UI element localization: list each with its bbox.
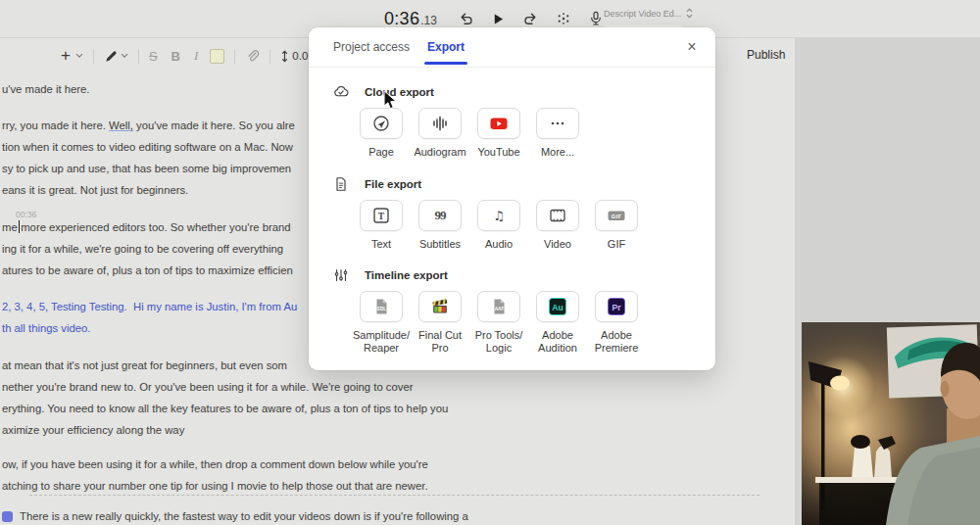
undo-icon[interactable] xyxy=(458,10,475,27)
transcript-line[interactable]: atures to be aware of, plus a ton of tip… xyxy=(2,263,293,277)
formatting-toolbar: + S B I 0.0 xyxy=(61,44,308,68)
toolbar-divider xyxy=(270,49,270,64)
transcript-line[interactable]: atching to share your number one tip for… xyxy=(2,479,428,493)
export-dialog: Project access Export × Cloud exportPage… xyxy=(309,27,715,370)
export-option-adobe-audition: AuAdobe Audition xyxy=(528,291,587,355)
final-cut-clapper-icon xyxy=(430,297,450,316)
adobe-premiere-icon: Pr xyxy=(607,297,626,316)
section-title: Cloud export xyxy=(365,86,434,98)
export-option-button-video[interactable] xyxy=(536,200,579,231)
export-option-button-adobe-audition[interactable]: Au xyxy=(536,291,579,322)
audio-note-icon: ♫ xyxy=(489,206,509,225)
export-option-audiogram: Audiogram xyxy=(411,108,469,159)
transcript-line[interactable]: at mean that it's not just great for beg… xyxy=(2,358,287,372)
transcript-line[interactable]: eans it is great. Not just for beginners… xyxy=(2,183,188,197)
transcript-line[interactable]: ing it for a while, we're going to be co… xyxy=(2,242,283,256)
bold-icon[interactable]: B xyxy=(172,45,180,67)
export-option-subtitles: 99Subtitles xyxy=(411,200,469,251)
close-icon[interactable]: × xyxy=(681,36,703,58)
select-chevrons-icon xyxy=(686,5,693,23)
insert-plus-icon[interactable]: + xyxy=(61,45,83,67)
section-dashed-divider xyxy=(29,495,760,496)
chevron-down-icon xyxy=(75,53,83,59)
transcript-line[interactable]: aximize your efficiency along the way xyxy=(2,423,184,437)
timeline-sliders-icon xyxy=(333,267,349,283)
video-preview[interactable] xyxy=(802,322,980,525)
export-option-button-text[interactable]: T xyxy=(360,200,403,231)
export-option-button-adobe-premiere[interactable]: Pr xyxy=(595,291,638,322)
section-file-export: File exportTText99Subtitles♫AudioVideoGI… xyxy=(309,176,715,251)
video-filmstrip-icon xyxy=(548,206,567,225)
transcript-line[interactable]: There is a new really quickly, the faste… xyxy=(2,509,468,523)
transcript-line[interactable]: rry, you made it here. Well, you've made… xyxy=(2,119,295,132)
export-option-button-subtitles[interactable]: 99 xyxy=(418,200,462,231)
svg-text:Au: Au xyxy=(552,303,563,312)
export-option-button-audio[interactable]: ♫ xyxy=(477,200,520,231)
attachment-icon[interactable] xyxy=(245,45,260,67)
adobe-audition-icon: Au xyxy=(548,297,567,316)
canvas-panel xyxy=(795,37,980,525)
transcript-line[interactable]: 2, 3, 4, 5, Testing Testing. Hi my name … xyxy=(2,300,297,313)
export-option-audio: ♫Audio xyxy=(469,200,528,251)
export-option-label: Subtitles xyxy=(419,238,461,251)
publish-button[interactable]: Publish xyxy=(747,48,785,62)
line-spacing-icon xyxy=(280,50,289,63)
aaf-file-icon: AAF xyxy=(489,297,509,316)
timer-frames: .13 xyxy=(420,14,437,27)
svg-text:T: T xyxy=(378,212,385,221)
section-title: File export xyxy=(365,178,421,190)
microphone-icon[interactable] xyxy=(587,10,605,27)
speaker-chip-icon[interactable] xyxy=(2,511,13,522)
export-option-label: Text xyxy=(371,238,391,251)
file-doc-icon xyxy=(333,176,349,192)
redo-icon[interactable] xyxy=(522,10,540,27)
export-option-button-more[interactable] xyxy=(536,108,579,139)
italic-icon[interactable]: I xyxy=(194,45,198,67)
line-spacing-control[interactable]: 0.0 xyxy=(280,45,308,67)
export-option-gif: GIFGIF xyxy=(587,200,646,251)
tab-project-access[interactable]: Project access xyxy=(333,27,410,67)
ai-enhance-icon[interactable] xyxy=(555,10,572,27)
toolbar-divider xyxy=(234,49,235,64)
highlight-icon[interactable] xyxy=(210,45,224,67)
more-dots-icon xyxy=(548,114,567,133)
svg-text:99: 99 xyxy=(435,208,448,222)
youtube-icon xyxy=(489,114,509,133)
export-option-label: Samplitude/ Reaper xyxy=(353,329,410,355)
export-option-label: Adobe Audition xyxy=(538,329,577,355)
dialog-header: Project access Export × xyxy=(309,27,715,68)
section-title: Timeline export xyxy=(365,269,448,281)
cloud-check-icon xyxy=(333,84,349,100)
export-option-button-gif[interactable]: GIF xyxy=(595,200,638,231)
transcript-line[interactable]: ow, if you have been using it for a whil… xyxy=(2,457,428,471)
svg-text:Pr: Pr xyxy=(612,303,621,312)
export-option-label: YouTube xyxy=(477,146,519,159)
transcript-timestamp: 00:36 xyxy=(16,208,36,221)
svg-text:♫: ♫ xyxy=(493,209,505,223)
export-option-button-youtube[interactable] xyxy=(477,108,520,139)
export-option-button-audiogram[interactable] xyxy=(418,108,462,139)
export-option-button-final-cut-pro[interactable] xyxy=(418,291,462,322)
transcript-line[interactable]: nether you're brand new to. Or you've be… xyxy=(2,380,413,394)
transcript-line[interactable]: erything. You need to know all the key f… xyxy=(2,402,448,415)
chevron-down-icon xyxy=(121,53,128,59)
tab-export[interactable]: Export xyxy=(427,27,465,67)
export-option-button-pro-tools-logic[interactable]: AAF xyxy=(477,291,520,322)
transcript-line[interactable]: sy to pick up and use, that has been som… xyxy=(2,162,291,175)
strikethrough-icon[interactable]: S xyxy=(149,45,158,67)
export-option-button-samplitude-reaper[interactable]: EDL xyxy=(360,291,403,322)
export-option-label: Audio xyxy=(485,238,513,251)
transcript-line[interactable]: tion when it comes to video editing soft… xyxy=(2,140,293,154)
pen-icon[interactable] xyxy=(104,45,128,67)
export-option-video: Video xyxy=(528,200,587,251)
project-selector-label: Descript Video Ed... xyxy=(604,9,681,19)
gif-badge-icon: GIF xyxy=(607,206,626,225)
transcript-line[interactable]: u've made it here. xyxy=(2,82,89,96)
transcript-line[interactable]: th all things video. xyxy=(2,321,90,335)
export-option-label: Pro Tools/ Logic xyxy=(475,329,523,355)
export-option-label: Video xyxy=(544,238,571,251)
line-spacing-value: 0.0 xyxy=(292,50,308,62)
export-option-button-page[interactable] xyxy=(360,108,403,139)
transcript-line[interactable]: memore experienced editors too. So wheth… xyxy=(2,220,291,234)
play-icon[interactable] xyxy=(490,10,508,27)
